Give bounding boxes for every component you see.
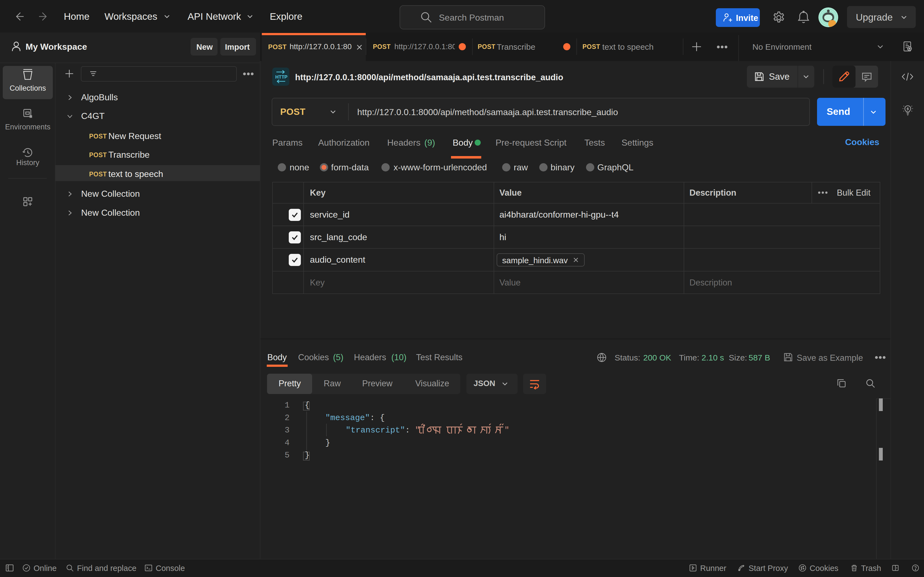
svg-text:HTTP: HTTP <box>275 74 288 80</box>
